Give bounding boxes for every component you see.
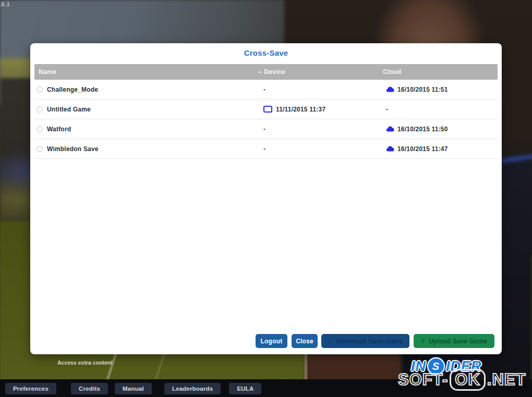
soft-ok-net-watermark: SOFT- OK .NET (398, 369, 526, 391)
device-cell: - (263, 139, 265, 158)
device-cell: - (263, 119, 265, 139)
radio-button[interactable] (37, 106, 43, 113)
dialog-title: Cross-Save (30, 48, 502, 57)
cloud-cell: 16/10/2015 11:47 (386, 139, 448, 158)
ok-box: OK (450, 369, 486, 391)
table-header: Name ◄Device Cloud (34, 64, 498, 80)
upload-save-game-button[interactable]: ⇧ Upload Save Game (414, 334, 494, 348)
save-name: Wimbledon Save (47, 139, 99, 158)
cloud-icon (386, 86, 394, 92)
download-icon: ⇩ (328, 338, 332, 344)
cloud-icon (386, 126, 394, 132)
radio-button[interactable] (37, 86, 43, 93)
version-label: 16.1 (0, 1, 10, 7)
column-header-cloud[interactable]: Cloud (383, 64, 402, 80)
sort-indicator-icon: ◄ (257, 70, 261, 75)
table-row[interactable]: Untitled Game 11/11/2015 11:37 - (34, 100, 498, 119)
table-row[interactable]: Watford - 16/10/2015 11:50 (34, 119, 498, 139)
device-icon (263, 106, 272, 113)
upload-icon: ⇧ (421, 338, 426, 344)
column-header-device[interactable]: ◄Device (257, 64, 285, 80)
access-extra-content-label[interactable]: Access extra content (57, 359, 113, 366)
download-save-game-button[interactable]: ⇩ Download Save Game (321, 334, 409, 348)
cloud-cell: - (386, 100, 388, 119)
cloud-date: 16/10/2015 11:47 (397, 145, 448, 153)
cross-save-dialog: Cross-Save Name ◄Device Cloud Challenge_… (30, 43, 502, 354)
table-row[interactable]: Wimbledon Save - 16/10/2015 11:47 (34, 139, 498, 159)
device-cell: - (263, 80, 265, 99)
cloud-date: 16/10/2015 11:50 (397, 126, 448, 133)
cloud-icon (386, 146, 394, 152)
save-games-table: Challenge_Mode - 16/10/2015 11:51 Untitl… (34, 80, 498, 159)
radio-button[interactable] (37, 146, 43, 152)
radio-button[interactable] (37, 126, 43, 132)
cloud-cell: 16/10/2015 11:51 (386, 80, 448, 99)
save-name: Untitled Game (47, 100, 91, 119)
credits-button[interactable]: Credits (71, 383, 108, 394)
cloud-cell: 16/10/2015 11:50 (386, 119, 448, 139)
device-cell: 11/11/2015 11:37 (263, 100, 325, 119)
manual-button[interactable]: Manual (115, 383, 152, 394)
leaderboards-button[interactable]: Leaderboards (164, 383, 221, 394)
cloud-date: 16/10/2015 11:51 (397, 86, 448, 93)
preferences-button[interactable]: Preferences (5, 383, 56, 394)
logout-button[interactable]: Logout (256, 334, 287, 348)
table-row[interactable]: Challenge_Mode - 16/10/2015 11:51 (34, 80, 498, 100)
save-name: Watford (47, 119, 71, 139)
eula-button[interactable]: EULA (229, 383, 261, 394)
device-date: 11/11/2015 11:37 (276, 106, 325, 113)
pitch-line (305, 350, 307, 381)
save-name: Challenge_Mode (47, 80, 98, 99)
close-button[interactable]: Close (292, 334, 318, 348)
column-header-name[interactable]: Name (39, 64, 56, 80)
